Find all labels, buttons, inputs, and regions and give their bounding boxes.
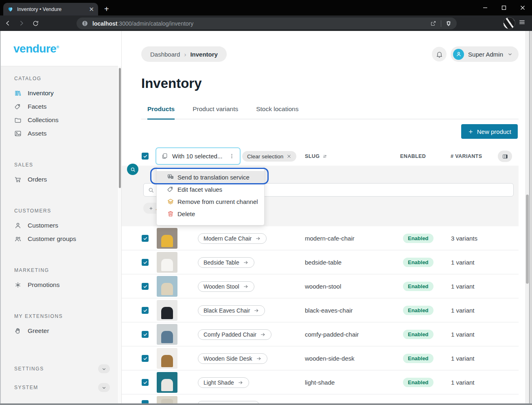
sidebar-scrollbar[interactable] (118, 66, 121, 403)
bulk-actions-button[interactable]: With 10 selected... (155, 147, 241, 165)
bulk-actions-dropdown: Send to translation serviceEdit facet va… (156, 166, 265, 225)
product-name-pill[interactable] (198, 401, 259, 403)
product-name-pill[interactable]: Wooden Stool (198, 281, 254, 292)
product-name-pill[interactable]: Light Shade (198, 377, 249, 388)
sidebar-item-customer-groups[interactable]: Customer groups (14, 232, 118, 245)
sidebar-item-assets[interactable]: Assets (14, 127, 118, 140)
menu-item-remove-from-current-channel[interactable]: Remove from current channel (157, 195, 264, 208)
sidebar-item-label: Collections (28, 116, 59, 124)
vendure-logo: vendure® (1, 31, 121, 55)
menu-item-send-to-translation-service[interactable]: Send to translation service (157, 171, 264, 183)
clear-selection-button[interactable]: Clear selection (242, 151, 296, 162)
row-checkbox[interactable] (142, 307, 149, 314)
product-name: Bedside Table (204, 259, 239, 266)
product-slug: modern-cafe-chair (305, 235, 355, 242)
browser-profile-avatar[interactable] (503, 17, 515, 29)
sidebar: vendure® CATALOGInventoryFacetsCollectio… (1, 31, 121, 403)
row-checkbox[interactable] (142, 235, 149, 242)
row-checkbox[interactable] (142, 283, 149, 290)
sidebar-item-label: Facets (28, 103, 47, 110)
sidebar-item-customers[interactable]: Customers (14, 219, 118, 232)
user-menu[interactable]: Super Admin (451, 46, 519, 62)
column-settings-button[interactable] (498, 151, 512, 162)
table-row: Comfy Padded Chaircomfy-padded-chairEnab… (122, 322, 519, 346)
browser-tab[interactable]: Inventory • Vendure ✕ (3, 3, 98, 15)
chevron-down-icon[interactable] (98, 383, 110, 392)
sidebar-section-label: MY EXTENSIONS (14, 313, 118, 319)
tab-stock-locations[interactable]: Stock locations (256, 105, 298, 119)
column-header-slug[interactable]: SLUG (305, 153, 328, 159)
table-row: Wooden Stoolwooden-stoolEnabled1 variant (122, 274, 519, 298)
tab-close-icon[interactable]: ✕ (89, 6, 94, 13)
row-checkbox[interactable] (142, 355, 149, 362)
tab-products[interactable]: Products (147, 105, 175, 120)
tab-product-variants[interactable]: Product variants (193, 105, 238, 119)
sidebar-item-inventory[interactable]: Inventory (14, 86, 118, 100)
menu-item-label: Send to translation service (177, 174, 250, 181)
chevron-down-icon[interactable] (98, 364, 110, 373)
product-name-pill[interactable]: Bedside Table (198, 257, 254, 268)
page-scrollbar-thumb[interactable] (526, 195, 529, 284)
sidebar-scrollbar-thumb[interactable] (119, 68, 121, 188)
url-bar[interactable]: localhost:3000/admin/catalog/inventory (77, 18, 457, 29)
brave-shield-icon[interactable] (445, 20, 452, 27)
search-icon (148, 187, 154, 193)
sidebar-item-label: Assets (28, 130, 47, 137)
product-name-pill[interactable]: Wooden Side Desk (198, 353, 267, 364)
back-button[interactable] (2, 17, 14, 29)
product-name-pill[interactable]: Comfy Padded Chair (198, 329, 271, 340)
browser-menu-icon[interactable] (519, 19, 525, 26)
product-name-pill[interactable]: Modern Cafe Chair (198, 233, 267, 244)
select-all-checkbox[interactable] (142, 153, 149, 160)
sort-icon[interactable] (322, 153, 328, 159)
sidebar-item-orders[interactable]: Orders (14, 173, 118, 186)
new-product-button[interactable]: New product (461, 124, 518, 139)
menu-item-delete[interactable]: Delete (157, 208, 264, 220)
breadcrumb-dashboard[interactable]: Dashboard (150, 51, 180, 58)
enabled-badge: Enabled (403, 306, 433, 315)
sidebar-section-sales: SALESOrders (14, 162, 118, 186)
column-header-enabled[interactable]: ENABLED (400, 153, 426, 159)
sidebar-section-marketing: MARKETINGPromotions (14, 267, 118, 291)
folder-icon (14, 116, 22, 124)
window-minimize-button[interactable] (476, 0, 495, 15)
sidebar-section-system[interactable]: SYSTEM (14, 378, 118, 397)
product-slug: black-eaves-chair (305, 307, 353, 314)
sidebar-item-label: Customer groups (28, 235, 76, 243)
row-checkbox[interactable] (142, 331, 149, 338)
tab-title: Inventory • Vendure (17, 7, 85, 12)
row-checkbox[interactable] (142, 400, 149, 403)
variant-count: 1 variant (451, 307, 475, 314)
menu-item-label: Delete (177, 210, 195, 217)
copy-icon (161, 153, 168, 160)
menu-item-edit-facet-values[interactable]: Edit facet values (157, 183, 264, 195)
cart-icon (14, 176, 22, 183)
reload-button[interactable] (29, 17, 42, 29)
window-maximize-button[interactable] (495, 0, 513, 15)
row-checkbox[interactable] (142, 379, 149, 386)
notifications-button[interactable] (432, 47, 447, 61)
quick-search-button[interactable] (127, 164, 138, 175)
forward-button[interactable] (15, 17, 28, 29)
row-checkbox[interactable] (142, 259, 149, 266)
new-tab-button[interactable]: + (104, 5, 109, 13)
product-name-pill[interactable]: Black Eaves Chair (198, 305, 265, 316)
enabled-badge: Enabled (403, 258, 433, 267)
sidebar-item-promotions[interactable]: Promotions (14, 278, 118, 291)
share-icon[interactable] (430, 20, 437, 27)
window-close-button[interactable] (513, 0, 532, 15)
arrow-right-icon (238, 380, 243, 385)
sidebar-item-label: Customers (28, 222, 58, 229)
sidebar-item-collections[interactable]: Collections (14, 113, 118, 127)
variant-count: 1 variant (451, 259, 475, 266)
site-info-icon[interactable] (81, 20, 88, 27)
column-header-variants[interactable]: # VARIANTS (451, 153, 482, 159)
sidebar-item-facets[interactable]: Facets (14, 100, 118, 113)
image-icon (14, 130, 22, 137)
sidebar-item-greeter[interactable]: Greeter (14, 324, 118, 337)
product-name: Wooden Stool (204, 283, 239, 290)
page-scrollbar[interactable] (525, 31, 529, 403)
sidebar-section-settings[interactable]: SETTINGS (14, 359, 118, 378)
hand-icon (14, 327, 22, 335)
table-row: Light Shadelight-shadeEnabled1 variant (122, 370, 519, 394)
